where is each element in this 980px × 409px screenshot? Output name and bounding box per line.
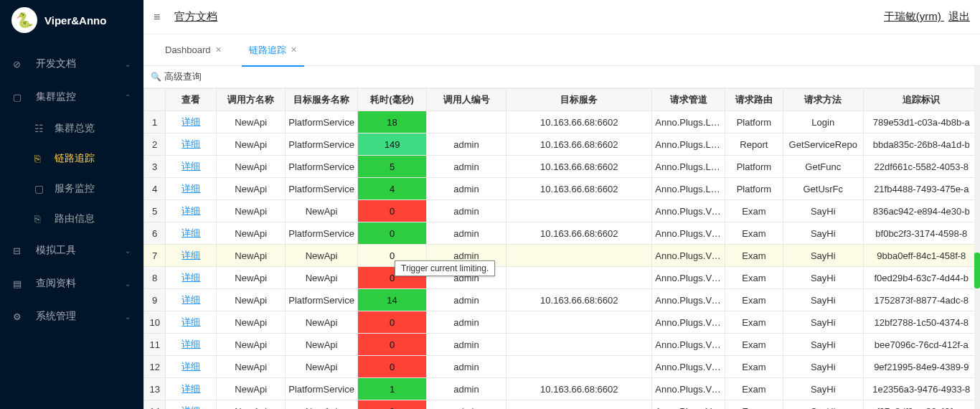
column-header[interactable]: 耗时(毫秒) bbox=[358, 89, 426, 111]
tab[interactable]: Dashboard✕ bbox=[158, 34, 229, 66]
sidebar: 🐍 Viper&Anno ⊘开发文档⌄▢集群监控⌃☷集群总览⎘链路追踪▢服务监控… bbox=[0, 0, 143, 409]
tabs: Dashboard✕链路追踪✕ bbox=[143, 34, 980, 66]
vertical-scrollbar[interactable] bbox=[974, 66, 980, 409]
service-cell: 10.163.66.68:6602 bbox=[507, 289, 652, 311]
menu-icon: ⊘ bbox=[13, 59, 26, 70]
view-cell: 详细 bbox=[166, 200, 217, 222]
method-cell: GetServiceRepo bbox=[783, 133, 863, 156]
route-cell: Exam bbox=[725, 356, 783, 378]
column-header[interactable]: 请求方法 bbox=[783, 89, 863, 111]
table-row: 4详细NewApiPlatformService4admin10.163.66.… bbox=[144, 178, 980, 200]
scrollbar-thumb[interactable] bbox=[974, 253, 980, 288]
column-header[interactable]: 请求管道 bbox=[652, 89, 725, 111]
detail-link[interactable]: 详细 bbox=[182, 361, 200, 372]
tab[interactable]: 链路追踪✕ bbox=[242, 34, 304, 66]
detail-link[interactable]: 详细 bbox=[182, 183, 200, 194]
trace-cell: 21fb4488-7493-475e-a bbox=[863, 178, 979, 200]
close-icon[interactable]: ✕ bbox=[215, 45, 222, 55]
menu-group[interactable]: ⚙系统管理⌄ bbox=[0, 300, 143, 333]
detail-link[interactable]: 详细 bbox=[182, 138, 200, 149]
row-index: 5 bbox=[144, 200, 166, 222]
column-header[interactable]: 追踪标识 bbox=[863, 89, 979, 111]
route-cell: Exam bbox=[725, 334, 783, 356]
table-row: 14详细NewApiNewApi0adminAnno.Plugs.VipeExa… bbox=[144, 400, 980, 410]
method-cell: SayHi bbox=[783, 334, 863, 356]
detail-link[interactable]: 详细 bbox=[182, 294, 200, 305]
column-header[interactable]: 请求路由 bbox=[725, 89, 783, 111]
user-cell: admin bbox=[426, 156, 507, 178]
time-cell: 0 bbox=[358, 200, 426, 222]
menu-sub-item[interactable]: ▢服务监控 bbox=[0, 174, 143, 204]
view-cell: 详细 bbox=[166, 400, 217, 410]
method-cell: SayHi bbox=[783, 311, 863, 334]
target-cell: NewApi bbox=[285, 267, 357, 289]
trace-cell: f0ed29b4-63c7-4d44-b bbox=[863, 267, 979, 289]
detail-link[interactable]: 详细 bbox=[182, 339, 200, 349]
detail-link[interactable]: 详细 bbox=[182, 205, 200, 216]
detail-link[interactable]: 详细 bbox=[182, 383, 200, 394]
column-header[interactable]: 调用方名称 bbox=[217, 89, 285, 111]
user-cell: admin bbox=[426, 356, 507, 378]
menu-sub-item[interactable]: ⎘路由信息 bbox=[0, 204, 143, 234]
row-index: 2 bbox=[144, 133, 166, 156]
user-link[interactable]: 于瑞敏(yrm) bbox=[884, 10, 941, 22]
row-index: 4 bbox=[144, 178, 166, 200]
menu-group[interactable]: ▢集群监控⌃ bbox=[0, 80, 143, 113]
logout-link[interactable]: 退出 bbox=[948, 10, 970, 22]
detail-link[interactable]: 详细 bbox=[182, 272, 200, 283]
detail-link[interactable]: 详细 bbox=[182, 227, 200, 238]
close-icon[interactable]: ✕ bbox=[291, 45, 297, 55]
detail-link[interactable]: 详细 bbox=[182, 250, 200, 260]
official-docs-link[interactable]: 官方文档 bbox=[174, 10, 217, 24]
method-cell: SayHi bbox=[783, 200, 863, 222]
time-cell: 1 bbox=[358, 378, 426, 400]
time-cell: 18 bbox=[358, 111, 426, 133]
detail-link[interactable]: 详细 bbox=[182, 316, 200, 327]
caller-cell: NewApi bbox=[217, 133, 285, 156]
chevron-icon: ⌄ bbox=[125, 60, 131, 68]
target-cell: PlatformService bbox=[285, 178, 357, 200]
time-cell: 149 bbox=[358, 133, 426, 156]
chevron-icon: ⌄ bbox=[125, 313, 131, 321]
caller-cell: NewApi bbox=[217, 156, 285, 178]
chevron-icon: ⌄ bbox=[125, 280, 131, 288]
view-cell: 详细 bbox=[166, 178, 217, 200]
column-header[interactable] bbox=[144, 89, 166, 111]
advanced-query[interactable]: 🔍 高级查询 bbox=[143, 66, 980, 88]
hamburger-icon[interactable]: ≡ bbox=[154, 11, 160, 24]
table-row: 10详细NewApiNewApi0adminAnno.Plugs.VipeExa… bbox=[144, 311, 980, 334]
menu-group[interactable]: ⊟模拟工具⌄ bbox=[0, 234, 143, 267]
table-wrap[interactable]: 查看调用方名称目标服务名称耗时(毫秒)调用人编号目标服务请求管道请求路由请求方法… bbox=[143, 88, 980, 409]
column-header[interactable]: 目标服务名称 bbox=[285, 89, 357, 111]
user-cell bbox=[426, 111, 507, 133]
trace-cell: 12bf2788-1c50-4374-8 bbox=[863, 311, 979, 334]
advanced-query-label: 高级查询 bbox=[164, 70, 202, 83]
menu-group[interactable]: ▤查阅资料⌄ bbox=[0, 267, 143, 300]
menu-sub-item[interactable]: ⎘链路追踪 bbox=[0, 144, 143, 174]
table-row: 9详细NewApiPlatformService14admin10.163.66… bbox=[144, 289, 980, 311]
menu-group[interactable]: ⊘开发文档⌄ bbox=[0, 47, 143, 80]
menu-sub-label: 服务监控 bbox=[55, 182, 95, 195]
menu-sub-item[interactable]: ☷集群总览 bbox=[0, 113, 143, 144]
column-header[interactable]: 目标服务 bbox=[507, 89, 652, 111]
detail-link[interactable]: 详细 bbox=[182, 116, 200, 127]
target-cell: NewApi bbox=[285, 356, 357, 378]
trace-cell: f97e8df9-ca82-49fe-a bbox=[863, 400, 979, 410]
table-row: 13详细NewApiPlatformService1admin10.163.66… bbox=[144, 378, 980, 400]
row-index: 12 bbox=[144, 356, 166, 378]
table-body: 1详细NewApiPlatformService1810.163.66.68:6… bbox=[144, 111, 980, 410]
column-header[interactable]: 查看 bbox=[166, 89, 217, 111]
detail-link[interactable]: 详细 bbox=[182, 405, 200, 409]
caller-cell: NewApi bbox=[217, 222, 285, 245]
method-cell: Login bbox=[783, 111, 863, 133]
menu-sub-icon: ⎘ bbox=[34, 213, 47, 225]
caller-cell: NewApi bbox=[217, 378, 285, 400]
search-icon: 🔍 bbox=[151, 72, 161, 82]
sidebar-menu: ⊘开发文档⌄▢集群监控⌃☷集群总览⎘链路追踪▢服务监控⎘路由信息⊟模拟工具⌄▤查… bbox=[0, 40, 143, 409]
detail-link[interactable]: 详细 bbox=[182, 161, 200, 171]
logo[interactable]: 🐍 Viper&Anno bbox=[0, 0, 143, 40]
row-index: 8 bbox=[144, 267, 166, 289]
target-cell: NewApi bbox=[285, 245, 357, 267]
column-header[interactable]: 调用人编号 bbox=[426, 89, 507, 111]
user-cell: admin bbox=[426, 200, 507, 222]
